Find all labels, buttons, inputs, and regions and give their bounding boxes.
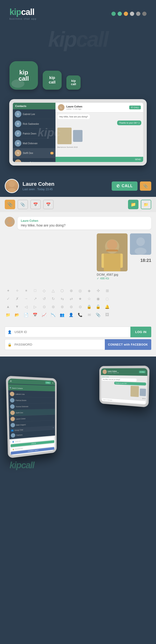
phone-call-btn-left[interactable]: CALL: [45, 382, 51, 384]
icons-row-4: 📁 📂 📄 📅 📈 📉 👥 👤 📞 ✉ 📎 🖼: [5, 312, 151, 318]
tablet-send-btn[interactable]: SEND: [56, 157, 143, 162]
brand-call: call: [21, 460, 34, 470]
tablet-chat-header: L Laure Cohen online · 1 min ago ✆ CALL: [56, 103, 143, 112]
svg-rect-10: [106, 250, 118, 252]
icon-circle-out: ◌: [104, 295, 110, 302]
toolbar-calendar-1[interactable]: 📅: [30, 200, 41, 209]
icon-x: ✗: [14, 295, 20, 302]
calendar-icon-2: 📅: [46, 202, 51, 207]
phone-screen-left: ✆ CALL ≡ 🔍 Search Contacts Laboon Lisa: [8, 378, 55, 456]
secondary-photo: [130, 234, 151, 255]
tablet-contact-name-2: Rick Sadowske: [23, 123, 39, 125]
sender-avatar-svg: [5, 217, 15, 227]
tablet-mockup: Contacts G Gabriel Lee R Rick Sadowske P…: [9, 99, 147, 166]
toolbar-calendar-2[interactable]: 📅: [43, 200, 54, 209]
svg-point-3: [8, 218, 12, 223]
app-icon-large: kip call: [10, 61, 38, 90]
call-button[interactable]: ✆ CALL: [112, 182, 138, 191]
icon-asterisk: ✶: [23, 287, 30, 294]
tablet-contacts-header: Contacts: [13, 103, 56, 109]
icon-arrow-diag: ↗: [32, 295, 38, 302]
color-dot-green1: [112, 12, 116, 16]
icon-folder: 📁: [5, 312, 12, 318]
phone-bubble-2: Thanks to you! Ok?: [114, 382, 146, 386]
search-bar: 🔍 Search Contacts: [8, 384, 55, 392]
icon-diamond: ◇: [41, 287, 48, 294]
chat-toolbar: 📎 📎 📅 📅 📁 📁: [0, 197, 156, 212]
phone-call-icon: ✆: [10, 380, 12, 382]
tablet-chat-area: L Laure Cohen online · 1 min ago ✆ CALL …: [56, 103, 143, 162]
app-icons-section: kip call kip call kip call: [0, 59, 156, 97]
add-group-icon-phone[interactable]: +: [53, 426, 54, 429]
tablet-chat-user-info: Laure Cohen online · 1 min ago: [66, 105, 82, 110]
chat-user-info: Laure Cohen Last seen : Today 23:45: [22, 181, 108, 191]
avatar-svg: [6, 180, 18, 192]
message-bubble-received: Laure Cohen Hey Mike, how are you doing?: [18, 217, 151, 230]
phone-contact-1[interactable]: Laboon Lisa: [8, 391, 55, 398]
icon-chart-down: 📉: [50, 312, 56, 318]
password-input[interactable]: [5, 339, 105, 350]
tablet-call-button[interactable]: ✆ CALL: [129, 106, 141, 109]
icon-circle-plus: ⊕: [68, 287, 74, 294]
phone-user-icon: 👤: [12, 441, 14, 443]
phone-av-3: [10, 404, 15, 409]
tablet-contact-6[interactable]: L Laure Cohen: [13, 158, 56, 162]
icon-clip: 📎: [95, 312, 102, 318]
login-label: LOG IN: [135, 330, 146, 334]
icon-star: ✦: [5, 287, 12, 294]
attach-button[interactable]: 📎: [140, 182, 151, 191]
image-message-row: DCIM_4587.jpg ✓ 486 Kb: [5, 234, 151, 280]
phone-chat-av: [103, 370, 107, 374]
userid-input-wrapper: 👤: [5, 327, 130, 337]
tablet-contact-4[interactable]: M Matt Dobovan: [13, 138, 56, 148]
app-icon-sm-text2: call: [71, 82, 76, 86]
icon-rotate-right: ↻: [50, 295, 56, 302]
tablet-contact-3[interactable]: P Patrick Deen: [13, 129, 56, 138]
tablet-contact-1[interactable]: G Gabriel Lee: [13, 109, 56, 119]
svg-point-12: [136, 238, 145, 246]
tablet-conference-label: Barrancos Summit 2015: [57, 146, 141, 148]
header-section: kipcall business chat app: [0, 0, 156, 25]
watermark-text-call: call: [76, 28, 108, 51]
app-icon-sm-text: kip: [71, 79, 76, 82]
folder-filled-icon: 📁: [131, 202, 136, 207]
tablet-section: Contacts G Gabriel Lee R Rick Sadowske P…: [0, 97, 156, 175]
attach-filled-icon-1: 📎: [7, 202, 12, 207]
icon-transfer: ⇄: [68, 295, 74, 302]
tablet-contact-5[interactable]: S Steffi Dee 5: [13, 148, 56, 158]
phone-call-btn-right[interactable]: ✆ CALL: [139, 371, 145, 373]
toolbar-folder-filled[interactable]: 📁: [128, 200, 138, 209]
phone-name-3: Yvonne Dobovan: [16, 406, 28, 408]
chat-actions: ✆ CALL 📎: [112, 182, 151, 191]
phone-lock-icon: 🔒: [12, 448, 14, 450]
tablet-chat-status: online · 1 min ago: [66, 108, 82, 110]
icon-chart-up: 📈: [41, 312, 48, 318]
tablet-img-2: [73, 130, 82, 142]
login-button[interactable]: LOG IN: [130, 327, 151, 337]
paperclip-icon: 📎: [143, 184, 148, 188]
tablet-contact-2[interactable]: R Rick Sadowske: [13, 119, 56, 129]
color-dot-orange: [124, 12, 128, 16]
phone-img-2: [140, 388, 146, 396]
phone-contact-2[interactable]: Patricia Desire: [8, 397, 55, 404]
phone-icon: ✆: [116, 184, 120, 188]
tablet-chat-name: Laure Cohen: [66, 105, 82, 108]
image-message-content: DCIM_4587.jpg ✓ 486 Kb: [97, 234, 151, 280]
tablet-msg-2: Thanks to you! Ok? :): [117, 120, 141, 125]
toolbar-attach-outline-1[interactable]: 📎: [18, 200, 28, 209]
photo-person-svg: [97, 234, 128, 271]
icon-grid-plus: ⊞: [104, 287, 110, 294]
login-password-row: 🔒 CONNECT with FACEBOOK: [5, 339, 151, 350]
userid-input[interactable]: [5, 327, 130, 337]
toolbar-attach-filled-1[interactable]: 📎: [5, 200, 15, 209]
check-icon: ✓: [97, 277, 99, 280]
icon-exchange: ⇆: [59, 295, 66, 302]
msg-sender-name: Laure Cohen: [21, 219, 148, 222]
toolbar-folder-outline[interactable]: 📁: [141, 200, 151, 209]
phone-img-1: [130, 386, 139, 397]
photo-time: 18:21: [130, 258, 151, 263]
chat-messages-area: Laure Cohen Hey Mike, how are you doing?: [0, 212, 156, 285]
photo-size: ✓ 486 Kb: [97, 277, 128, 280]
tablet-screen: Contacts G Gabriel Lee R Rick Sadowske P…: [13, 103, 143, 162]
facebook-login-button[interactable]: CONNECT with FACEBOOK: [105, 339, 152, 350]
